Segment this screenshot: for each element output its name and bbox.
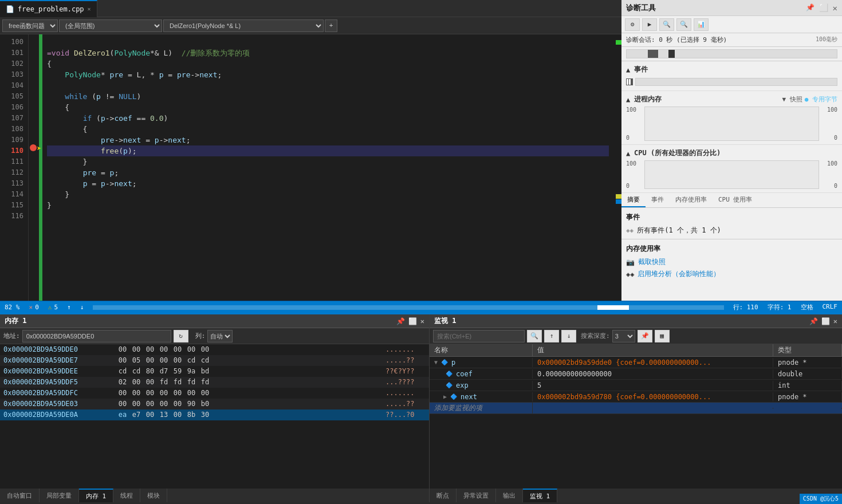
status-right: 行: 110 字符: 1 空格 CRLF: [733, 303, 838, 312]
watch-row-coef[interactable]: 🔷 coef 0.0000000000000000 double: [430, 368, 842, 380]
memory-toolbar: 地址: ↻ 列: 自动: [0, 328, 429, 344]
diag-tab-summary[interactable]: 摘要: [621, 193, 646, 207]
diag-float-btn[interactable]: ⬜: [819, 3, 828, 13]
diag-toolbar: ⚙ ▶ 🔍 🔍 📊: [621, 16, 842, 33]
watch-row-exp[interactable]: 🔷 exp 5 int: [430, 380, 842, 391]
code-content[interactable]: =void DelZero1(PolyNode*& L) //删除系数为零的项 …: [42, 34, 613, 301]
mem-close-btn[interactable]: ✕: [420, 317, 424, 325]
nav-button[interactable]: +: [325, 19, 337, 32]
diag-zoom-out-btn[interactable]: 🔍: [676, 18, 691, 31]
diag-pin-btn[interactable]: 📌: [806, 3, 815, 13]
cpu-title: ▲ CPU (所有处理器的百分比): [626, 148, 837, 158]
code-line-114: }: [47, 189, 609, 200]
watch-search-btn[interactable]: 🔍: [527, 330, 542, 342]
depth-select[interactable]: 3: [612, 330, 635, 342]
watch-float-btn[interactable]: ⬜: [821, 317, 830, 325]
space-label: 空格: [801, 303, 813, 312]
camera-icon: 📷: [626, 258, 635, 266]
nav-up-status[interactable]: ↑: [67, 304, 71, 311]
watch-row-p[interactable]: ▼ 🔷 p 0x000002bd9a59dde0 {coef=0.0000000…: [430, 357, 842, 368]
diag-tabs: 摘要 事件 内存使用率 CPU 使用率: [621, 193, 842, 208]
watch-row-next[interactable]: ▶ 🔷 next 0x000002bd9a59d780 {coef=0.0000…: [430, 391, 842, 403]
diag-chart-btn[interactable]: 📊: [694, 18, 709, 31]
warning-status: ⚠ 5: [48, 304, 58, 311]
tab-label: free_problem.cpp: [18, 5, 84, 13]
mem-row-4[interactable]: 0x000002BD9A59DDFC 00000000000000 ......…: [0, 388, 429, 399]
snapshot-btn-row: 📷 截取快照: [626, 256, 837, 268]
p-expand-icon[interactable]: ▼: [434, 359, 438, 365]
editor-panel: 📄 free_problem.cpp ✕ free函数问题 (全局范围) Del…: [0, 0, 621, 301]
mem-row-6[interactable]: 0x000002BD9A59DE0A eae70013008b30 ??...?…: [0, 410, 429, 420]
tab-output[interactable]: 输出: [496, 489, 523, 502]
diag-forward-btn[interactable]: ▶: [642, 18, 657, 31]
next-icon: 🔷: [450, 393, 457, 400]
watch-nav-down[interactable]: ↓: [561, 330, 576, 342]
snapshot-btn[interactable]: 截取快照: [638, 257, 666, 267]
tab-watch1[interactable]: 监视 1: [523, 489, 557, 502]
diag-settings-btn[interactable]: ⚙: [625, 18, 640, 31]
nav-down-status[interactable]: ↓: [80, 304, 84, 311]
tab-breakpoints[interactable]: 断点: [430, 489, 457, 502]
memory-arrow[interactable]: ▲: [626, 96, 632, 104]
scope-select[interactable]: (全局范围): [59, 19, 162, 32]
memory-usage-title: 内存使用率: [626, 242, 837, 256]
scroll-indicator-top: [616, 40, 621, 45]
next-name: next: [461, 393, 477, 401]
address-input[interactable]: [22, 330, 171, 342]
mem-row-0[interactable]: 0x000002BD9A59DDE0 00000000000000 ......…: [0, 344, 429, 355]
watch-col-btn[interactable]: ▦: [655, 330, 670, 342]
tab-threads[interactable]: 线程: [113, 489, 140, 502]
mem-pin-btn[interactable]: 📌: [396, 317, 405, 325]
heap-btn[interactable]: 启用堆分析（会影响性能）: [638, 269, 720, 279]
tab-exception-settings[interactable]: 异常设置: [457, 489, 496, 502]
func-nav-select[interactable]: DelZero1(PolyNode *& L): [163, 19, 324, 32]
next-expand-icon[interactable]: ▶: [443, 393, 447, 400]
col-value-header: 值: [533, 344, 773, 356]
zoom-status[interactable]: 82 %: [5, 304, 20, 311]
watch-close-btn[interactable]: ✕: [833, 317, 837, 325]
func-select[interactable]: free函数问题: [2, 19, 58, 32]
watch-search-input[interactable]: [433, 330, 525, 342]
timeline-marker2: [668, 50, 675, 58]
cpu-max: 100: [626, 160, 642, 167]
tab-memory1[interactable]: 内存 1: [79, 489, 113, 502]
pause-icon[interactable]: [626, 78, 633, 85]
watch-pin2[interactable]: 📌: [638, 330, 652, 342]
memory-panel: 内存 1 📌 ⬜ ✕ 地址: ↻ 列: 自动 0x0000: [0, 314, 430, 502]
snapshot-legend: ▼ 快照: [782, 95, 802, 104]
tab-close-btn[interactable]: ✕: [88, 6, 91, 12]
diag-tab-events[interactable]: 事件: [646, 193, 670, 207]
refresh-btn[interactable]: ↻: [174, 330, 188, 342]
memory-bottom-tabs: 自动窗口 局部变量 内存 1 线程 模块: [0, 489, 429, 502]
diag-close-btn[interactable]: ✕: [833, 3, 837, 13]
address-label: 地址:: [3, 332, 20, 340]
editor-tab-active[interactable]: 📄 free_problem.cpp ✕: [0, 0, 97, 17]
col-name-header: 名称: [430, 344, 533, 356]
tab-local-vars[interactable]: 局部变量: [40, 489, 79, 502]
mem-row-1[interactable]: 0x000002BD9A59DDE7 0005000000cdcd .....?…: [0, 355, 429, 366]
heap-icon: ◈◈: [626, 270, 634, 278]
mem-row-2[interactable]: 0x000002BD9A59DDEE cdcd80d7599abd ??€?Y?…: [0, 366, 429, 377]
mem-row-5[interactable]: 0x000002BD9A59DE03 000000000090b0 .....?…: [0, 399, 429, 410]
p-value: 0x000002bd9a59dde0 {coef=0.000000000000.…: [533, 358, 773, 367]
tab-auto-window[interactable]: 自动窗口: [0, 489, 40, 502]
scroll-position-bar[interactable]: [93, 305, 723, 310]
mem-float-btn[interactable]: ⬜: [408, 317, 417, 325]
watch-pin-btn[interactable]: 📌: [809, 317, 818, 325]
mem-min: 0: [626, 135, 642, 141]
events-arrow[interactable]: ▲: [626, 66, 632, 74]
watch-nav-up[interactable]: ↑: [544, 330, 559, 342]
mem-max2: 100: [821, 107, 837, 113]
col-select[interactable]: 自动: [207, 330, 233, 342]
events-bar: [635, 78, 837, 86]
next-type: pnode *: [773, 392, 842, 401]
diag-tab-cpu[interactable]: CPU 使用率: [713, 193, 758, 207]
cpu-arrow[interactable]: ▲: [626, 149, 632, 158]
diag-tab-memory[interactable]: 内存使用率: [670, 193, 713, 207]
mem-row-3[interactable]: 0x000002BD9A59DDF5 020000fdfdfdfd ...???…: [0, 377, 429, 388]
tab-modules[interactable]: 模块: [140, 489, 167, 502]
watch-add-row[interactable]: 添加要监视的项: [430, 403, 842, 414]
diag-zoom-in-btn[interactable]: 🔍: [659, 18, 674, 31]
editor-scrollbar[interactable]: [613, 34, 621, 301]
diag-timeline: [621, 47, 842, 61]
